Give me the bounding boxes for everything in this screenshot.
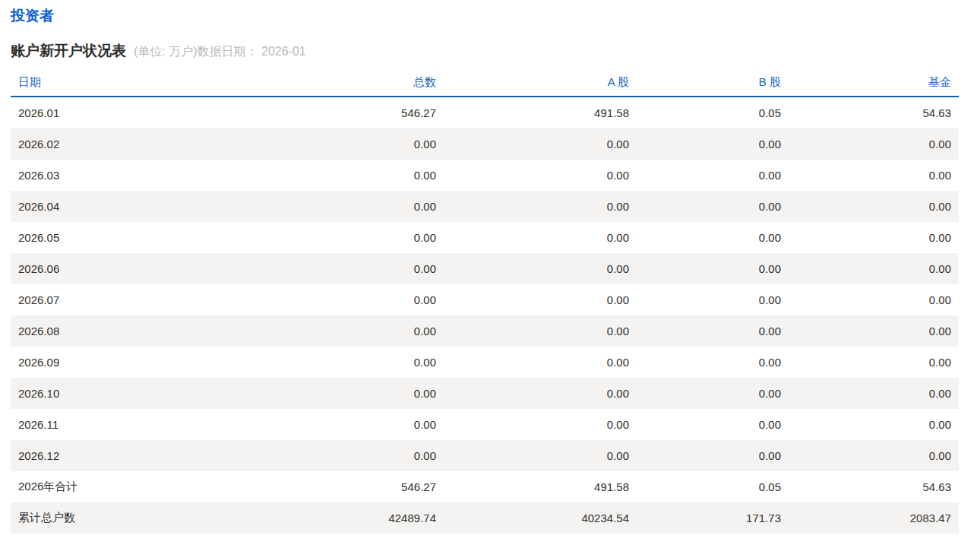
table-row: 2026.12 0.00 0.00 0.00 0.00	[11, 440, 959, 471]
table-row-year-total: 2026年合计 546.27 491.58 0.05 54.63	[11, 471, 959, 502]
col-header-fund: 基金	[789, 75, 959, 97]
cell-total: 546.27	[254, 97, 444, 128]
cell-date: 2026.07	[11, 284, 254, 315]
table-row: 2026.08 0.00 0.00 0.00 0.00	[11, 315, 959, 347]
cell-fund: 0.00	[789, 284, 959, 315]
cell-date: 累计总户数	[11, 502, 254, 534]
cell-b-share: 0.05	[637, 471, 789, 502]
table-row-cumulative-total: 累计总户数 42489.74 40234.54 171.73 2083.47	[11, 502, 959, 534]
table-row: 2026.11 0.00 0.00 0.00 0.00	[11, 409, 959, 440]
table-row: 2026.07 0.00 0.00 0.00 0.00	[11, 284, 959, 315]
cell-b-share: 0.00	[637, 315, 789, 347]
cell-date: 2026.02	[11, 128, 254, 160]
table-row: 2026.04 0.00 0.00 0.00 0.00	[11, 191, 959, 222]
unit-and-date-note: (单位: 万户)数据日期： 2026-01	[134, 45, 306, 58]
section-title: 投资者	[11, 8, 980, 24]
cell-b-share: 0.00	[637, 222, 789, 253]
table-title: 账户新开户状况表	[11, 43, 126, 59]
cell-fund: 0.00	[789, 128, 959, 160]
table-row: 2026.02 0.00 0.00 0.00 0.00	[11, 128, 959, 160]
cell-fund: 0.00	[789, 378, 959, 409]
cell-date: 2026.09	[11, 347, 254, 378]
cell-date: 2026.04	[11, 191, 254, 222]
cell-a-share: 0.00	[444, 347, 637, 378]
cell-a-share: 0.00	[444, 284, 637, 315]
col-header-total: 总数	[254, 75, 444, 97]
cell-a-share: 0.00	[444, 222, 637, 253]
cell-fund: 54.63	[789, 97, 959, 128]
col-header-b-share: B 股	[637, 75, 789, 97]
table-row: 2026.03 0.00 0.00 0.00 0.00	[11, 160, 959, 191]
cell-fund: 0.00	[789, 409, 959, 440]
cell-b-share: 0.05	[637, 97, 789, 128]
cell-fund: 0.00	[789, 440, 959, 471]
cell-date: 2026年合计	[11, 471, 254, 502]
table-row: 2026.10 0.00 0.00 0.00 0.00	[11, 378, 959, 409]
table-row: 2026.09 0.00 0.00 0.00 0.00	[11, 347, 959, 378]
cell-b-share: 0.00	[637, 128, 789, 160]
cell-fund: 0.00	[789, 160, 959, 191]
cell-total: 0.00	[254, 160, 444, 191]
cell-b-share: 0.00	[637, 253, 789, 284]
table-row: 2026.06 0.00 0.00 0.00 0.00	[11, 253, 959, 284]
cell-a-share: 0.00	[444, 191, 637, 222]
cell-total: 0.00	[254, 128, 444, 160]
table-header-row: 日期 总数 A 股 B 股 基金	[11, 75, 959, 97]
cell-date: 2026.10	[11, 378, 254, 409]
cell-total: 0.00	[254, 284, 444, 315]
cell-b-share: 0.00	[637, 409, 789, 440]
cell-total: 0.00	[254, 347, 444, 378]
cell-date: 2026.11	[11, 409, 254, 440]
cell-a-share: 0.00	[444, 315, 637, 347]
cell-date: 2026.12	[11, 440, 254, 471]
cell-total: 0.00	[254, 222, 444, 253]
page: 投资者 账户新开户状况表(单位: 万户)数据日期： 2026-01 日期 总数 …	[0, 0, 980, 545]
cell-fund: 0.00	[789, 315, 959, 347]
cell-total: 0.00	[254, 253, 444, 284]
cell-a-share: 0.00	[444, 160, 637, 191]
table-row: 2026.05 0.00 0.00 0.00 0.00	[11, 222, 959, 253]
cell-total: 0.00	[254, 409, 444, 440]
cell-a-share: 0.00	[444, 440, 637, 471]
cell-a-share: 0.00	[444, 378, 637, 409]
cell-fund: 0.00	[789, 191, 959, 222]
cell-a-share: 491.58	[444, 471, 637, 502]
cell-date: 2026.03	[11, 160, 254, 191]
cell-date: 2026.08	[11, 315, 254, 347]
table-row: 2026.01 546.27 491.58 0.05 54.63	[11, 97, 959, 128]
cell-total: 0.00	[254, 378, 444, 409]
cell-b-share: 0.00	[637, 440, 789, 471]
cell-a-share: 491.58	[444, 97, 637, 128]
cell-total: 0.00	[254, 440, 444, 471]
col-header-date: 日期	[11, 75, 254, 97]
cell-total: 0.00	[254, 315, 444, 347]
cell-a-share: 0.00	[444, 128, 637, 160]
cell-fund: 0.00	[789, 253, 959, 284]
cell-b-share: 0.00	[637, 160, 789, 191]
cell-date: 2026.01	[11, 97, 254, 128]
cell-b-share: 0.00	[637, 378, 789, 409]
cell-date: 2026.06	[11, 253, 254, 284]
cell-b-share: 0.00	[637, 191, 789, 222]
cell-b-share: 0.00	[637, 284, 789, 315]
cell-fund: 54.63	[789, 471, 959, 502]
cell-total: 546.27	[254, 471, 444, 502]
cell-b-share: 171.73	[637, 502, 789, 534]
cell-fund: 2083.47	[789, 502, 959, 534]
cell-total: 0.00	[254, 191, 444, 222]
cell-a-share: 40234.54	[444, 502, 637, 534]
cell-fund: 0.00	[789, 222, 959, 253]
cell-total: 42489.74	[254, 502, 444, 534]
cell-a-share: 0.00	[444, 409, 637, 440]
cell-fund: 0.00	[789, 347, 959, 378]
new-accounts-table: 日期 总数 A 股 B 股 基金 2026.01 546.27 491.58 0…	[11, 75, 959, 534]
cell-date: 2026.05	[11, 222, 254, 253]
table-title-row: 账户新开户状况表(单位: 万户)数据日期： 2026-01	[11, 43, 980, 60]
col-header-a-share: A 股	[444, 75, 637, 97]
cell-a-share: 0.00	[444, 253, 637, 284]
cell-b-share: 0.00	[637, 347, 789, 378]
